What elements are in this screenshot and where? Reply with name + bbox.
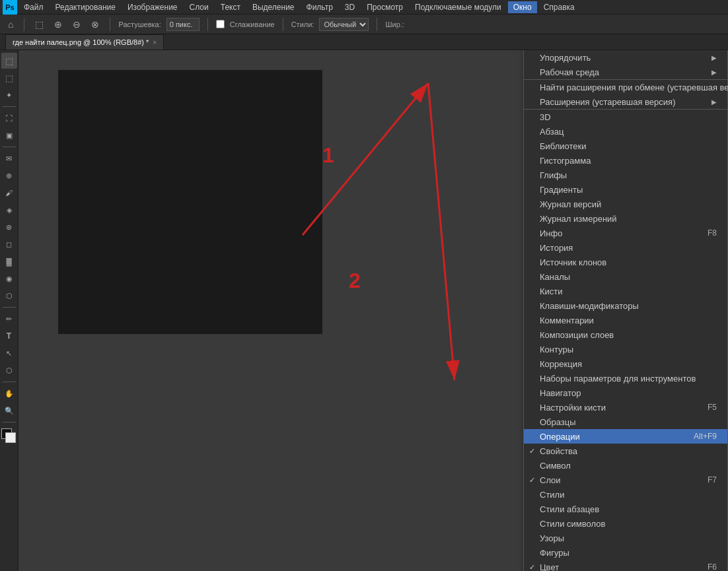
- tool-eyedropper[interactable]: ✉: [1, 151, 17, 166]
- feather-input[interactable]: [166, 18, 200, 31]
- menu-item-measurements[interactable]: Журнал измерений: [524, 211, 727, 226]
- document-tab[interactable]: где найти палец.png @ 100% (RGB/8#) * ×: [5, 34, 164, 50]
- tool-blur[interactable]: ◉: [1, 271, 17, 286]
- menu-item-actions[interactable]: Операции Alt+F9: [524, 429, 727, 444]
- tool-dodge[interactable]: ⬡: [1, 288, 17, 304]
- menu-window[interactable]: Окно: [508, 1, 537, 13]
- menu-item-styles[interactable]: Стили: [524, 487, 727, 502]
- intersect-selection-btn[interactable]: ⊗: [89, 17, 102, 32]
- menu-item-paragraph[interactable]: Абзац: [524, 124, 727, 139]
- menu-item-brush-settings[interactable]: Настройки кисти F5: [524, 400, 727, 415]
- tool-sep1: [3, 106, 16, 107]
- tab-close-btn[interactable]: ×: [153, 39, 157, 46]
- menu-item-layers[interactable]: Слои F7: [524, 473, 727, 487]
- color-swatches[interactable]: [1, 428, 17, 444]
- menu-item-color[interactable]: Цвет F6: [524, 560, 727, 571]
- menu-item-history[interactable]: История: [524, 240, 727, 255]
- menu-item-modifier-keys[interactable]: Клавиши-модификаторы: [524, 298, 727, 313]
- tool-marquee[interactable]: ⬚: [1, 53, 17, 69]
- menu-item-navigator[interactable]: Навигатор: [524, 386, 727, 400]
- menu-help[interactable]: Справка: [538, 1, 580, 13]
- background-color[interactable]: [5, 432, 16, 443]
- menu-filter[interactable]: Фильтр: [301, 1, 338, 13]
- style-label: Стили:: [291, 20, 314, 28]
- canvas: [58, 70, 322, 334]
- menu-item-tool-presets[interactable]: Наборы параметров для инструментов: [524, 371, 727, 386]
- arrow-icon: ▶: [711, 69, 717, 76]
- menu-select[interactable]: Выделение: [247, 1, 300, 13]
- menu-item-arrange[interactable]: Упорядочить ▶: [524, 50, 727, 65]
- tool-lasso[interactable]: ⬚: [1, 70, 17, 86]
- smooth-label: Сглаживание: [230, 20, 275, 28]
- menu-plugins[interactable]: Подключаемые модули: [410, 1, 507, 13]
- menu-view[interactable]: Просмотр: [361, 1, 408, 13]
- menu-item-layers-wrapper: ✓ Слои F7: [524, 473, 727, 487]
- window-menu-dropdown: Упорядочить ▶ Рабочая среда ▶ Найти расш…: [523, 50, 728, 571]
- sep5: [377, 18, 377, 31]
- menu-item-version-history[interactable]: Журнал версий: [524, 197, 727, 211]
- arrow-icon: ▶: [711, 98, 717, 106]
- menu-edit[interactable]: Редактирование: [50, 1, 121, 13]
- tool-gradient[interactable]: ▓: [1, 253, 17, 269]
- smooth-checkbox[interactable]: [216, 20, 225, 28]
- menu-item-layer-comps[interactable]: Композиции слоев: [524, 327, 727, 342]
- menu-item-info[interactable]: Инфо F8: [524, 226, 727, 240]
- menu-item-brushes[interactable]: Кисти: [524, 284, 727, 298]
- menu-item-patterns[interactable]: Узоры: [524, 531, 727, 545]
- menu-bar: Ps Файл Редактирование Изображение Слои …: [0, 0, 728, 15]
- check-icon: ✓: [529, 476, 535, 485]
- tool-crop[interactable]: ⛶: [1, 110, 17, 126]
- subtract-selection-btn[interactable]: ⊖: [70, 17, 83, 32]
- tool-history-brush[interactable]: ⊛: [1, 219, 17, 235]
- menu-item-channels[interactable]: Каналы: [524, 269, 727, 284]
- menu-item-comments[interactable]: Комментарии: [524, 313, 727, 327]
- tool-hand[interactable]: ✋: [1, 386, 17, 401]
- tool-pen[interactable]: ✏: [1, 311, 17, 327]
- sep3: [207, 18, 208, 31]
- tool-heal[interactable]: ⊕: [1, 168, 17, 184]
- menu-item-find-extensions[interactable]: Найти расширения при обмене (устаревшая …: [524, 80, 727, 94]
- tool-shape[interactable]: ⬡: [1, 362, 17, 378]
- style-select[interactable]: Обычный: [319, 18, 369, 31]
- menu-item-properties[interactable]: Свойства: [524, 444, 727, 458]
- menu-item-gradients[interactable]: Градиенты: [524, 182, 727, 197]
- menu-item-swatches[interactable]: Образцы: [524, 415, 727, 429]
- sep2: [110, 18, 110, 31]
- menu-item-properties-wrapper: ✓ Свойства: [524, 444, 727, 458]
- menu-image[interactable]: Изображение: [122, 1, 183, 13]
- tool-type[interactable]: T: [1, 328, 17, 344]
- menu-item-libraries[interactable]: Библиотеки: [524, 139, 727, 153]
- menu-text[interactable]: Текст: [215, 1, 246, 13]
- main-area: ⬚ ⬚ ✦ ⛶ ▣ ✉ ⊕ 🖌 ◈ ⊛ ◻ ▓ ◉ ⬡ ✏ T ↖ ⬡ ✋ 🔍: [0, 50, 728, 571]
- menu-item-glyphs[interactable]: Глифы: [524, 168, 727, 182]
- menu-item-paragraph-styles[interactable]: Стили абзацев: [524, 502, 727, 516]
- menu-item-workspace[interactable]: Рабочая среда ▶: [524, 65, 727, 79]
- menu-item-correction[interactable]: Коррекция: [524, 356, 727, 371]
- arrow2-line: [428, 83, 455, 380]
- menu-item-clone-source[interactable]: Источник клонов: [524, 255, 727, 269]
- menu-item-shapes[interactable]: Фигуры: [524, 545, 727, 560]
- tool-sep4: [3, 382, 16, 382]
- sep1: [24, 18, 24, 31]
- tool-zoom[interactable]: 🔍: [1, 403, 17, 419]
- tool-brush[interactable]: 🖌: [1, 185, 17, 201]
- tool-eraser[interactable]: ◻: [1, 236, 17, 252]
- menu-item-char-styles[interactable]: Стили символов: [524, 516, 727, 531]
- tool-magic-wand[interactable]: ✦: [1, 87, 17, 103]
- menu-3d[interactable]: 3D: [340, 1, 360, 13]
- tool-frame[interactable]: ▣: [1, 127, 17, 143]
- tool-stamp[interactable]: ◈: [1, 202, 17, 218]
- menu-item-histogram[interactable]: Гистограмма: [524, 153, 727, 168]
- menu-item-3d[interactable]: 3D: [524, 110, 727, 124]
- menu-file[interactable]: Файл: [18, 1, 49, 13]
- menu-item-extensions[interactable]: Расширения (устаревшая версия) ▶: [524, 94, 727, 109]
- menu-section-3: 3D Абзац Библиотеки Гистограмма Глифы Гр…: [524, 110, 727, 571]
- menu-item-color-wrapper: ✓ Цвет F6: [524, 560, 727, 571]
- new-selection-btn[interactable]: ⬚: [32, 17, 46, 32]
- menu-layers[interactable]: Слои: [184, 1, 214, 13]
- menu-item-character[interactable]: Символ: [524, 458, 727, 473]
- add-selection-btn[interactable]: ⊕: [52, 17, 65, 32]
- menu-item-paths[interactable]: Контуры: [524, 342, 727, 356]
- home-btn[interactable]: ⌂: [5, 17, 16, 32]
- tool-path-select[interactable]: ↖: [1, 345, 17, 361]
